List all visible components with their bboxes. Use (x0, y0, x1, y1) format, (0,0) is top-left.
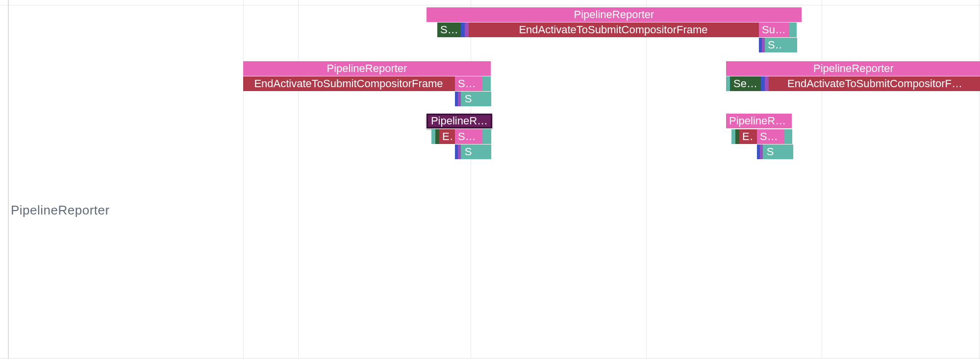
slice-pipeline-reporter-r[interactable]: PipelineReporter (726, 61, 980, 76)
slice-sub[interactable]: Sub… (759, 23, 789, 37)
slice-teal-tail[interactable] (476, 92, 491, 106)
slice-teal-end[interactable] (784, 129, 792, 144)
grid-vline (298, 0, 299, 359)
grid-vline (243, 0, 244, 359)
track-label: PipelineReporter (11, 203, 110, 218)
slice-endactivate[interactable]: EndActivateToSubmitCompositorFrame (473, 23, 754, 37)
slice-s-teal[interactable]: S (461, 92, 476, 106)
slice-endactivate[interactable]: EndActivateToSubmitCompositorFrame (247, 76, 450, 91)
timeline-grid (0, 0, 980, 359)
slice-pipeline-reporter[interactable]: PipelineReporter (427, 7, 802, 22)
slice-s-teal[interactable]: S (763, 144, 778, 159)
slice-s[interactable]: S… (437, 23, 461, 37)
slice-endactivate-r[interactable]: EndActivateToSubmitCompositorF… (769, 76, 980, 91)
slice-teal-end[interactable] (482, 76, 491, 91)
slice-e[interactable]: E (739, 129, 752, 144)
slice-s-teal[interactable]: S… (765, 38, 782, 52)
slice-se[interactable]: Se… (730, 76, 761, 91)
slice-sub[interactable]: Sub… (757, 129, 784, 144)
slice-teal-end[interactable] (789, 23, 797, 37)
grid-vline (471, 0, 471, 359)
grid-hline (0, 5, 980, 5)
slice-teal-tail[interactable] (778, 144, 793, 159)
slice-teal-tail[interactable] (782, 38, 797, 52)
grid-vline (979, 0, 980, 359)
slice-s-teal[interactable]: S (461, 144, 476, 159)
slice-pipeline-reporter[interactable]: PipelineRe… (726, 114, 792, 128)
grid-vline (646, 0, 647, 359)
slice-pipeline-reporter[interactable]: PipelineReporter (243, 61, 491, 76)
slice-sub[interactable]: Sub… (455, 76, 482, 91)
slice-teal-tail[interactable] (476, 144, 491, 159)
slice-pipeline-reporter-sel[interactable]: PipelineR… (427, 114, 492, 128)
slice-e[interactable]: E (439, 129, 452, 144)
slice-teal-end[interactable] (482, 129, 491, 144)
slice-sub[interactable]: Sub… (455, 129, 482, 144)
grid-vline (822, 0, 822, 359)
grid-hline (0, 358, 980, 359)
track-border (8, 0, 9, 359)
